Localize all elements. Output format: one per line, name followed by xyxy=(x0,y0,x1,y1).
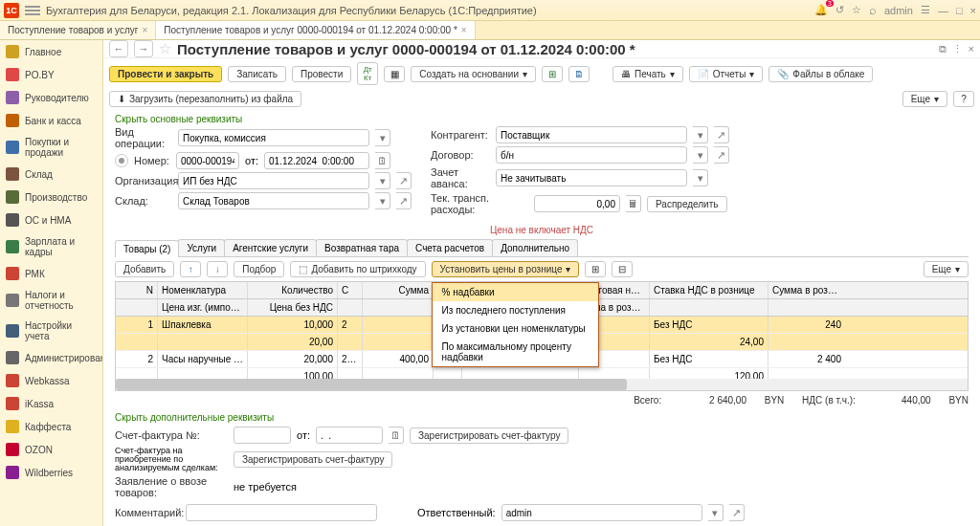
subtab[interactable]: Агентские услуги xyxy=(224,239,317,256)
sidebar-item[interactable]: Налоги и отчетность xyxy=(0,285,102,316)
subtab[interactable]: Счета расчетов xyxy=(407,239,493,256)
num-toggle[interactable] xyxy=(115,154,128,167)
dropdown-item[interactable]: % надбавки xyxy=(433,283,598,301)
price-mode-link[interactable]: Цена не включает НДС xyxy=(490,225,593,235)
sidebar-item[interactable]: iKassa xyxy=(0,392,102,415)
nav-back-button[interactable]: ← xyxy=(109,40,128,57)
favorite-icon[interactable]: ☆ xyxy=(159,40,171,57)
sidebar-item[interactable]: Производство xyxy=(0,186,102,208)
number-input[interactable] xyxy=(176,152,239,169)
contract-select[interactable] xyxy=(496,146,687,164)
date-input[interactable] xyxy=(264,152,369,169)
sidebar-item[interactable]: Склад xyxy=(0,163,102,186)
col-pct[interactable]: С xyxy=(338,282,363,298)
sidebar-item[interactable]: ОС и НМА xyxy=(0,208,102,231)
col-n[interactable]: N xyxy=(116,282,158,298)
open-ref-icon[interactable]: ↗ xyxy=(396,192,412,209)
chevron-down-icon[interactable]: ▾ xyxy=(375,129,390,146)
dtkt-icon[interactable]: ДтКт xyxy=(357,62,378,85)
sidebar-item[interactable]: Webkassa xyxy=(0,369,102,392)
grid-icon-1[interactable]: ⊞ xyxy=(585,261,606,277)
register-invoice2-button[interactable]: Зарегистрировать счет-фактуру xyxy=(234,451,392,468)
move-down-icon[interactable]: ↓ xyxy=(207,261,228,277)
hide-main-req-link[interactable]: Скрыть основные реквизиты xyxy=(115,114,242,124)
sidebar-item[interactable]: Покупки и продажи xyxy=(0,132,102,163)
minimize-icon[interactable]: — xyxy=(938,5,948,16)
warehouse-select[interactable] xyxy=(178,192,369,209)
load-file-button[interactable]: ⬇ Загрузить (перезаполнить) из файла xyxy=(109,91,301,107)
distribute-button[interactable]: Распределить xyxy=(647,196,727,212)
more-button[interactable]: Еще ▾ xyxy=(902,91,947,107)
bell-icon[interactable]: 🔔3 xyxy=(814,4,828,16)
settings-icon[interactable]: ☰ xyxy=(921,4,930,16)
move-up-icon[interactable]: ↑ xyxy=(180,261,201,277)
invoice-number-input[interactable] xyxy=(234,427,291,444)
col-nomenclature[interactable]: Номенклатура xyxy=(158,282,248,298)
sidebar-item[interactable]: Wildberries xyxy=(0,461,102,484)
chevron-down-icon[interactable]: ▾ xyxy=(693,146,708,164)
star-icon[interactable]: ☆ xyxy=(852,4,861,16)
chevron-down-icon[interactable]: ▾ xyxy=(693,169,708,186)
chevron-down-icon[interactable]: ▾ xyxy=(375,192,390,209)
chevron-down-icon[interactable]: ▾ xyxy=(693,126,708,143)
counterparty-select[interactable] xyxy=(496,126,687,143)
reports-button[interactable]: 📄 Отчеты ▾ xyxy=(689,66,764,82)
col-qty[interactable]: Количество xyxy=(248,282,338,298)
sidebar-item[interactable]: Главное xyxy=(0,40,102,63)
sidebar-item[interactable]: Зарплата и кадры xyxy=(0,231,102,262)
add-row-button[interactable]: Добавить xyxy=(115,261,174,277)
post-button[interactable]: Провести xyxy=(292,66,351,82)
transport-cost-input[interactable] xyxy=(534,195,620,212)
page-menu-icon[interactable]: ⋮ xyxy=(952,43,963,55)
register-invoice-button[interactable]: Зарегистрировать счет-фактуру xyxy=(410,427,568,444)
pick-button[interactable]: Подбор xyxy=(234,261,284,277)
registers-icon[interactable]: ▦ xyxy=(384,66,405,82)
dropdown-item[interactable]: Из установки цен номенклатуры xyxy=(433,319,598,338)
open-ref-icon[interactable]: ↗ xyxy=(714,146,729,164)
grid-icon-2[interactable]: ⊟ xyxy=(612,261,633,277)
sidebar-item[interactable]: PO.BY xyxy=(0,63,102,86)
help-icon[interactable]: ? xyxy=(953,91,974,107)
responsible-select[interactable] xyxy=(501,504,702,521)
post-and-close-button[interactable]: Провести и закрыть xyxy=(109,66,222,82)
operation-type-select[interactable] xyxy=(178,129,369,146)
sidebar-item[interactable]: Руководителю xyxy=(0,86,102,109)
sidebar-item[interactable]: Настройки учета xyxy=(0,316,102,346)
calc-icon[interactable]: 🖩 xyxy=(626,195,641,212)
user-label[interactable]: admin xyxy=(884,5,913,16)
dropdown-item[interactable]: Из последнего поступления xyxy=(433,301,598,319)
cloud-files-button[interactable]: 📎 Файлы в облаке xyxy=(768,66,873,82)
invoice-date-input[interactable] xyxy=(316,427,383,444)
h-scrollbar[interactable] xyxy=(116,379,968,390)
open-ref-icon[interactable]: ↗ xyxy=(729,504,745,521)
subtab[interactable]: Дополнительно xyxy=(492,239,578,256)
sidebar-item[interactable]: РМК xyxy=(0,262,102,285)
calendar-icon[interactable]: 🗓 xyxy=(389,427,404,444)
org-select[interactable] xyxy=(178,172,369,189)
tab-document[interactable]: Поступление товаров и услуг 0000-000194 … xyxy=(156,21,475,39)
nav-fwd-button[interactable]: → xyxy=(134,40,153,57)
hide-extra-req-link[interactable]: Скрыть дополнительные реквизиты xyxy=(115,412,274,423)
excel-icon[interactable]: ⊞ xyxy=(542,66,563,82)
search-icon[interactable]: ⌕ xyxy=(869,3,877,17)
hamburger-icon[interactable] xyxy=(25,6,40,15)
maximize-icon[interactable]: □ xyxy=(956,5,963,16)
comment-input[interactable] xyxy=(186,504,377,521)
add-barcode-button[interactable]: ⬚ Добавить по штрихкоду xyxy=(290,261,425,277)
subtab[interactable]: Услуги xyxy=(178,239,225,256)
open-ref-icon[interactable]: ↗ xyxy=(396,172,412,189)
buffer-icon[interactable]: 🗎 xyxy=(568,66,590,82)
close-page-icon[interactable]: × xyxy=(969,43,974,55)
set-retail-prices-button[interactable]: Установить цены в рознице ▾ xyxy=(432,261,580,277)
table-more-button[interactable]: Еще ▾ xyxy=(924,261,969,277)
create-based-button[interactable]: Создать на основании ▾ xyxy=(411,66,536,82)
close-app-icon[interactable]: × xyxy=(970,5,976,16)
subtab[interactable]: Товары (2) xyxy=(115,240,179,257)
chevron-down-icon[interactable]: ▾ xyxy=(708,504,724,521)
dropdown-item[interactable]: По максимальному проценту надбавки xyxy=(433,338,598,366)
write-button[interactable]: Записать xyxy=(228,66,286,82)
advance-offset-select[interactable] xyxy=(496,169,687,186)
open-ref-icon[interactable]: ↗ xyxy=(714,126,729,143)
sidebar-item[interactable]: Администрирование xyxy=(0,346,102,369)
calendar-icon[interactable]: 🗓 xyxy=(375,152,390,169)
